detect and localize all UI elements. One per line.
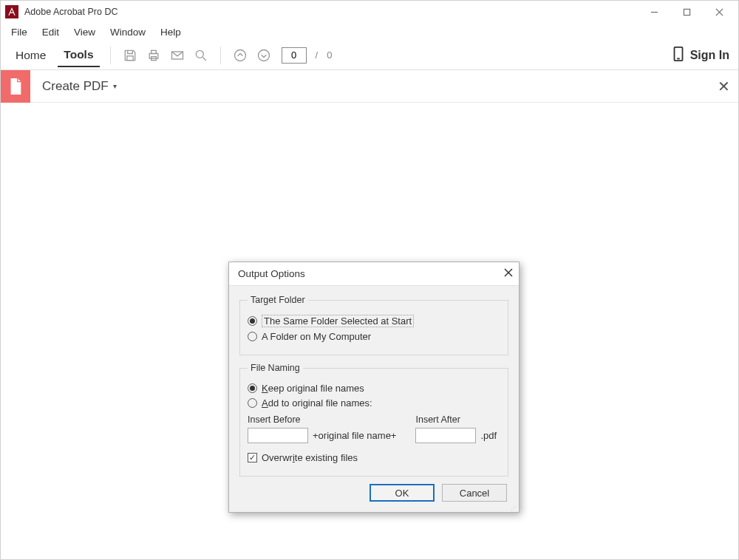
tool-dropdown[interactable]: Create PDF ▾ [42, 79, 117, 94]
menu-file[interactable]: File [4, 25, 35, 39]
mobile-icon [672, 46, 684, 64]
dialog-titlebar[interactable]: Output Options [229, 262, 519, 286]
radio-keep-names-label: Keep original file names [262, 383, 364, 394]
target-folder-legend: Target Folder [248, 295, 308, 305]
radio-same-folder-label: The Same Folder Selected at Start [262, 315, 414, 327]
app-window: Adobe Acrobat Pro DC File Edit View Wind… [0, 0, 739, 560]
insert-before-input[interactable] [248, 428, 308, 443]
svg-point-12 [258, 49, 269, 61]
svg-point-11 [234, 49, 245, 61]
radio-add-names[interactable]: Add to original file names: [248, 397, 500, 409]
mail-icon[interactable] [168, 47, 186, 64]
original-filename-text: +original file name+ [313, 430, 396, 441]
create-pdf-icon [1, 70, 30, 103]
menu-edit[interactable]: Edit [35, 25, 67, 39]
menubar: File Edit View Window Help [1, 23, 738, 41]
toolbar-separator [110, 47, 111, 64]
radio-icon [248, 383, 257, 393]
minimize-button[interactable] [638, 1, 670, 22]
radio-keep-names[interactable]: Keep original file names [248, 383, 500, 394]
chevron-down-icon: ▾ [113, 82, 117, 90]
dialog-body: Target Folder The Same Folder Selected a… [229, 286, 519, 512]
checkbox-icon [248, 453, 257, 462]
output-options-dialog: Output Options Target Folder The Same Fo… [228, 262, 520, 513]
page-total: 0 [327, 49, 332, 61]
page-number-input[interactable] [282, 47, 307, 64]
menu-help[interactable]: Help [153, 25, 188, 39]
svg-rect-6 [151, 50, 156, 53]
tool-label: Create PDF [42, 79, 109, 94]
toolbar-separator [220, 47, 221, 64]
target-folder-group: Target Folder The Same Folder Selected a… [239, 295, 508, 355]
sign-in-label: Sign In [690, 49, 729, 62]
main-area: g Next Output Options Target Folder The … [1, 103, 738, 559]
page-divider: / [316, 49, 319, 61]
window-title: Adobe Acrobat Pro DC [24, 7, 118, 17]
svg-rect-1 [684, 9, 689, 15]
insert-after-input[interactable] [415, 428, 476, 443]
radio-other-folder[interactable]: A Folder on My Computer [248, 331, 500, 342]
print-icon[interactable] [145, 47, 163, 64]
save-icon[interactable] [121, 47, 139, 64]
radio-other-folder-label: A Folder on My Computer [262, 331, 371, 342]
insert-after-label: Insert After [415, 414, 497, 425]
app-icon [5, 5, 18, 18]
sign-in-button[interactable]: Sign In [672, 46, 729, 64]
overwrite-checkbox[interactable]: Overwrite existing files [248, 452, 500, 463]
maximize-button[interactable] [670, 1, 703, 22]
titlebar: Adobe Acrobat Pro DC [1, 1, 738, 23]
ok-button[interactable]: OK [370, 484, 435, 502]
svg-rect-5 [149, 53, 158, 58]
toolbar: Home Tools / 0 Sign In [1, 41, 738, 70]
close-tool-button[interactable]: ✕ [709, 78, 738, 95]
radio-icon [248, 398, 257, 408]
svg-rect-4 [126, 55, 132, 60]
insert-before-label: Insert Before [248, 414, 396, 425]
file-naming-legend: File Naming [248, 363, 303, 373]
menu-window[interactable]: Window [103, 25, 153, 39]
tool-strip: Create PDF ▾ ✕ [1, 70, 738, 103]
search-icon[interactable] [192, 47, 210, 64]
menu-view[interactable]: View [67, 25, 103, 39]
tab-home[interactable]: Home [10, 44, 52, 66]
radio-icon [248, 316, 257, 326]
radio-icon [248, 332, 257, 341]
radio-add-names-label: Add to original file names: [262, 397, 372, 409]
page-down-icon[interactable] [255, 47, 273, 64]
close-button[interactable] [703, 1, 735, 22]
radio-same-folder[interactable]: The Same Folder Selected at Start [248, 315, 500, 327]
dialog-close-button[interactable] [504, 268, 513, 279]
page-up-icon[interactable] [231, 47, 249, 64]
overwrite-label: Overwrite existing files [262, 452, 358, 463]
cancel-button[interactable]: Cancel [442, 484, 507, 502]
file-naming-group: File Naming Keep original file names Add… [239, 363, 508, 477]
dialog-title: Output Options [238, 268, 305, 279]
svg-point-9 [196, 50, 203, 58]
pdf-extension-text: .pdf [480, 430, 497, 441]
tab-tools[interactable]: Tools [58, 44, 99, 67]
svg-line-10 [202, 57, 205, 60]
